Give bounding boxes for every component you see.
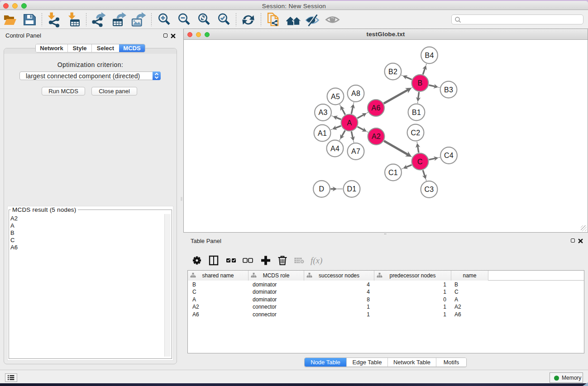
- svg-text:A3: A3: [318, 109, 327, 116]
- svg-text:B3: B3: [444, 86, 453, 94]
- svg-text:A1: A1: [318, 129, 327, 137]
- svg-text:A: A: [347, 119, 352, 127]
- svg-text:A8: A8: [351, 90, 360, 97]
- svg-text:A6: A6: [371, 104, 380, 112]
- svg-text:D1: D1: [347, 185, 356, 193]
- svg-text:B1: B1: [412, 109, 421, 116]
- svg-text:C2: C2: [411, 129, 420, 137]
- svg-text:C1: C1: [388, 169, 398, 176]
- svg-text:B4: B4: [425, 52, 434, 59]
- svg-text:f(x): f(x): [311, 256, 322, 266]
- svg-text:C: C: [417, 158, 423, 166]
- svg-text:C4: C4: [444, 152, 454, 159]
- svg-text:A5: A5: [331, 93, 340, 100]
- svg-text:D: D: [319, 185, 325, 193]
- svg-text:A7: A7: [351, 148, 360, 155]
- svg-text:A2: A2: [372, 133, 381, 140]
- svg-text:A4: A4: [330, 145, 339, 152]
- svg-text:B: B: [418, 79, 423, 87]
- svg-text:C3: C3: [424, 186, 434, 193]
- svg-text:B2: B2: [388, 68, 397, 76]
